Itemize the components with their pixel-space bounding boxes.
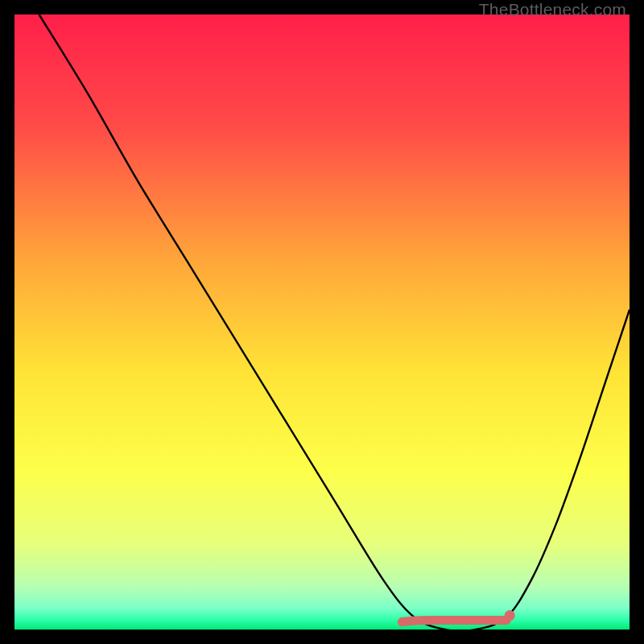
chart-frame: [14, 14, 630, 630]
optimal-zone-marker: [402, 621, 506, 622]
bottleneck-chart: [14, 14, 630, 630]
watermark-text: TheBottleneck.com: [479, 0, 626, 19]
gradient-background: [14, 14, 630, 630]
optimal-zone-end-dot: [505, 610, 515, 621]
